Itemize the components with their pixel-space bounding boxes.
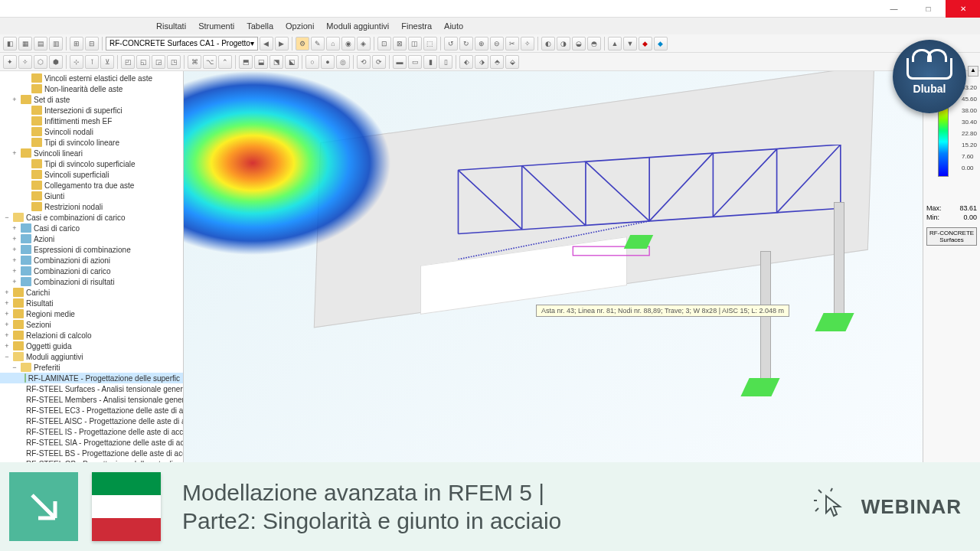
toolbar-button[interactable]: ⬚ — [423, 37, 437, 51]
toolbar-button[interactable]: ◧ — [3, 37, 17, 51]
tree-item[interactable]: +Combinazioni di carico — [0, 266, 183, 276]
toolbar-button[interactable]: ◈ — [357, 37, 371, 51]
toolbar-button[interactable]: ◫ — [408, 37, 422, 51]
tree-item[interactable]: +Regioni medie — [0, 308, 183, 319]
menu-tabella[interactable]: Tabella — [243, 21, 276, 31]
toolbar-button[interactable]: ⊞ — [70, 37, 83, 51]
case-dropdown[interactable]: RF-CONCRETE Surfaces CA1 - Progetto ▾ — [106, 37, 258, 51]
tree-item[interactable]: −Moduli aggiuntivi — [0, 351, 183, 362]
toolbar-button[interactable]: ✦ — [3, 55, 17, 69]
tree-item[interactable]: RF-STEEL Surfaces - Analisi tensionale g… — [0, 383, 183, 394]
navigator-tree[interactable]: Vincoli esterni elastici delle asteNon-l… — [0, 71, 184, 481]
toolbar-button[interactable]: ◱ — [136, 55, 150, 69]
menu-opzioni[interactable]: Opzioni — [283, 21, 317, 31]
tree-item[interactable]: +Combinazioni di risultati — [0, 276, 183, 287]
tree-item[interactable]: −Casi e combinazioni di carico — [0, 212, 183, 223]
tree-item[interactable]: RF-STEEL BS - Progettazione delle aste d… — [0, 448, 183, 458]
tree-item[interactable]: Non-linearità delle aste — [0, 83, 183, 94]
toolbar-button[interactable]: ⬗ — [475, 55, 488, 69]
toolbar-button[interactable]: ✎ — [311, 37, 325, 51]
toolbar-button[interactable]: ▲ — [608, 37, 622, 51]
tree-item[interactable]: +Carichi — [0, 287, 183, 298]
toolbar-button[interactable]: ⬘ — [490, 55, 504, 69]
toolbar-button[interactable]: ◐ — [541, 37, 555, 51]
toolbar-button[interactable]: ◒ — [572, 37, 586, 51]
tree-item[interactable]: RF-STEEL AISC - Progettazione delle aste… — [0, 416, 183, 426]
toolbar-button[interactable]: ⬡ — [34, 55, 47, 69]
tree-item[interactable]: Svincoli nodali — [0, 126, 183, 137]
toolbar-button[interactable]: ⊠ — [393, 37, 407, 51]
tree-item[interactable]: Tipi di svincolo superficiale — [0, 158, 183, 169]
tree-scroll-up[interactable]: ▲ — [968, 66, 978, 77]
toolbar-button[interactable]: ◳ — [167, 55, 181, 69]
tree-item[interactable]: Giunti — [0, 191, 183, 201]
toolbar-button[interactable]: ⬖ — [459, 55, 473, 69]
toolbar-button[interactable]: ✧ — [521, 37, 534, 51]
toolbar-button[interactable]: ▼ — [623, 37, 637, 51]
toolbar-button[interactable]: ○ — [305, 55, 319, 69]
toolbar-button[interactable]: ⟳ — [372, 55, 386, 69]
tree-item[interactable]: +Relazioni di calcolo — [0, 330, 183, 341]
toolbar-button[interactable]: ◎ — [336, 55, 350, 69]
viewport-3d[interactable]: Asta nr. 43; Linea nr. 81; Nodi nr. 88,8… — [184, 71, 923, 481]
toolbar-button[interactable]: ↻ — [459, 37, 473, 51]
toolbar-button[interactable]: ↺ — [444, 37, 458, 51]
tree-item[interactable]: Svincoli superficiali — [0, 169, 183, 180]
toolbar-button[interactable]: ⌥ — [203, 55, 217, 69]
toolbar-button[interactable]: ⟲ — [357, 55, 371, 69]
toolbar-button[interactable]: ⊹ — [70, 55, 83, 69]
menu-aiuto[interactable]: Aiuto — [441, 21, 466, 31]
toolbar-button[interactable]: ⊟ — [85, 37, 99, 51]
toolbar-button[interactable]: ⌘ — [188, 55, 201, 69]
tree-item[interactable]: Intersezioni di superfici — [0, 105, 183, 116]
toolbar-button[interactable]: ◰ — [121, 55, 135, 69]
toolbar-button[interactable]: ⊖ — [490, 37, 504, 51]
toolbar-button[interactable]: ◆ — [654, 37, 668, 51]
toolbar-button[interactable]: ⌂ — [326, 37, 340, 51]
toolbar-button[interactable]: ● — [321, 55, 335, 69]
menu-finestra[interactable]: Finestra — [398, 21, 435, 31]
tree-item[interactable]: +Oggetti guida — [0, 341, 183, 351]
tree-item[interactable]: RF-STEEL EC3 - Progettazione delle aste … — [0, 405, 183, 416]
toolbar-button[interactable]: ⌃ — [218, 55, 232, 69]
toolbar-button[interactable]: ▯ — [439, 55, 452, 69]
toolbar-button[interactable]: ⚙ — [296, 37, 309, 51]
toolbar-button[interactable]: ⬕ — [285, 55, 299, 69]
toolbar-button[interactable]: ⊺ — [85, 55, 99, 69]
toolbar-button[interactable]: ◉ — [341, 37, 355, 51]
tree-item[interactable]: +Risultati — [0, 298, 183, 308]
toolbar-button[interactable]: ⊻ — [100, 55, 114, 69]
tree-item[interactable]: Tipi di svincolo lineare — [0, 137, 183, 148]
tree-item[interactable]: +Azioni — [0, 233, 183, 244]
menu-risultati[interactable]: Risultati — [153, 21, 189, 31]
toolbar-button[interactable]: ◲ — [152, 55, 165, 69]
toolbar-button[interactable]: ▥ — [49, 37, 63, 51]
menu-strumenti[interactable]: Strumenti — [195, 21, 237, 31]
maximize-button[interactable]: □ — [911, 0, 946, 18]
minimize-button[interactable]: — — [877, 0, 911, 18]
toolbar-button[interactable]: ◆ — [639, 37, 652, 51]
tree-item[interactable]: +Set di aste — [0, 94, 183, 105]
tree-item[interactable]: −Preferiti — [0, 362, 183, 373]
toolbar-button[interactable]: ⬒ — [239, 55, 253, 69]
tree-item[interactable]: +Espressioni di combinazione — [0, 244, 183, 255]
tree-item[interactable]: Infittimenti mesh EF — [0, 116, 183, 126]
toolbar-button[interactable]: ▤ — [34, 37, 47, 51]
tree-item[interactable]: RF-LAMINATE - Progettazione delle superf… — [0, 373, 183, 383]
toolbar-button[interactable]: ⬓ — [254, 55, 268, 69]
tree-item[interactable]: Vincoli esterni elastici delle aste — [0, 73, 183, 83]
toolbar-button[interactable]: ⬙ — [505, 55, 519, 69]
rf-concrete-button[interactable]: RF-CONCRETE Surfaces — [926, 227, 977, 246]
toolbar-button[interactable]: ◑ — [557, 37, 570, 51]
toolbar-button[interactable]: ✂ — [505, 37, 519, 51]
toolbar-button[interactable]: ⬢ — [49, 55, 63, 69]
toolbar-button[interactable]: ▭ — [408, 55, 422, 69]
close-button[interactable]: ✕ — [946, 0, 980, 18]
tree-item[interactable]: RF-STEEL IS - Progettazione delle aste d… — [0, 426, 183, 437]
toolbar-button[interactable]: ▬ — [393, 55, 407, 69]
toolbar-button[interactable]: ⬔ — [270, 55, 283, 69]
toolbar-button[interactable]: ⊕ — [475, 37, 488, 51]
tree-item[interactable]: +Combinazioni di azioni — [0, 255, 183, 266]
tree-item[interactable]: Collegamento tra due aste — [0, 180, 183, 191]
toolbar-button[interactable]: ✧ — [18, 55, 32, 69]
